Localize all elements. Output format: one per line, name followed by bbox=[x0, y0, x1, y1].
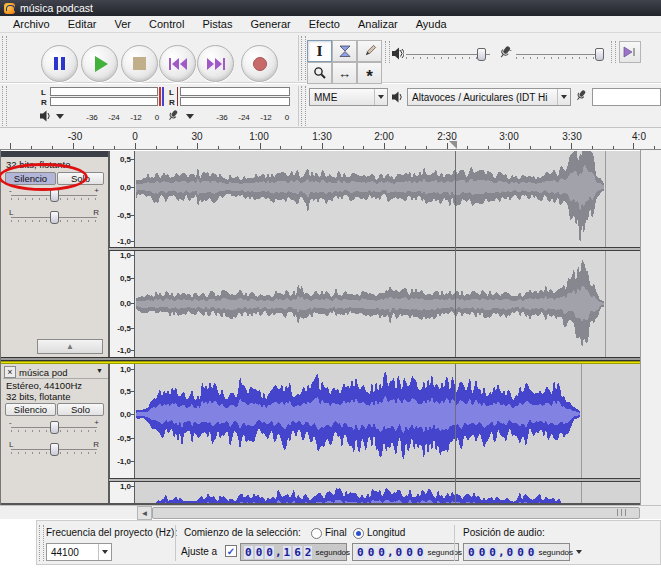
track2-ch2-waveform[interactable] bbox=[134, 482, 640, 503]
track1-gain-thumb[interactable] bbox=[50, 189, 59, 202]
track1-ch1-vertical-ruler[interactable]: 0,50,0-0,5-1,0 bbox=[109, 151, 134, 247]
time-digit[interactable]: 2 bbox=[304, 546, 313, 559]
menu-item-ayuda[interactable]: Ayuda bbox=[407, 17, 456, 31]
time-digit[interactable]: , bbox=[387, 546, 394, 559]
track1-pan-thumb[interactable] bbox=[50, 211, 59, 224]
time-digit[interactable]: 0 bbox=[244, 546, 253, 559]
playback-meter-right-bar[interactable] bbox=[50, 97, 158, 106]
project-rate-select[interactable]: 44100 bbox=[46, 543, 112, 561]
playhead-marker[interactable] bbox=[449, 141, 457, 149]
time-digit[interactable]: 0 bbox=[527, 546, 536, 559]
time-digit[interactable]: 0 bbox=[467, 546, 476, 559]
menu-item-generar[interactable]: Generar bbox=[241, 17, 299, 31]
audio-position-field[interactable]: 000,000segundos bbox=[463, 543, 570, 561]
track2-pan-slider[interactable]: L R bbox=[11, 442, 97, 458]
selection-tool-button[interactable]: I bbox=[307, 40, 332, 62]
track1-collapse-button[interactable]: ▲ bbox=[37, 339, 103, 354]
pause-button[interactable] bbox=[41, 45, 78, 82]
menu-item-control[interactable]: Control bbox=[140, 17, 193, 31]
selection-length-radio[interactable] bbox=[353, 528, 364, 539]
time-digit[interactable]: 1 bbox=[283, 546, 292, 559]
track1-gain-slider[interactable]: - + bbox=[11, 188, 97, 204]
track2-solo-button[interactable]: Solo bbox=[57, 403, 104, 416]
track1-ch2-vertical-ruler[interactable]: 1,00,50,0-0,5-1,0 bbox=[109, 251, 134, 357]
zoom-tool-button[interactable] bbox=[307, 62, 332, 84]
selection-length-field[interactable]: 000,000segundos bbox=[352, 543, 459, 561]
track2-gain-thumb[interactable] bbox=[50, 421, 59, 434]
menu-item-pistas[interactable]: Pistas bbox=[193, 17, 241, 31]
record-meter-right-bar[interactable] bbox=[180, 97, 290, 106]
track2-ch1-waveform[interactable] bbox=[134, 364, 640, 478]
selection-toolbar-grip[interactable] bbox=[39, 525, 44, 561]
track2-menu-dropdown-icon[interactable]: ▼ bbox=[96, 367, 103, 374]
time-digit[interactable]: 0 bbox=[356, 546, 365, 559]
menu-item-ver[interactable]: Ver bbox=[105, 17, 140, 31]
time-digit[interactable]: 0 bbox=[506, 546, 515, 559]
audio-host-select[interactable]: MME bbox=[309, 88, 388, 106]
selection-start-field[interactable]: 000,162segundos bbox=[240, 543, 347, 561]
menu-item-efecto[interactable]: Efecto bbox=[300, 17, 349, 31]
transcription-toolbar-grip[interactable] bbox=[611, 41, 616, 63]
timeline-ruler[interactable]: -300301:001:302:002:303:003:304:0 bbox=[0, 128, 661, 150]
envelope-tool-button[interactable] bbox=[332, 40, 357, 62]
playback-meter-dropdown-icon[interactable] bbox=[56, 114, 64, 119]
input-volume-thumb[interactable] bbox=[595, 48, 604, 61]
menu-item-archivo[interactable]: Archivo bbox=[4, 17, 59, 31]
time-digit[interactable]: 0 bbox=[367, 546, 376, 559]
input-volume-slider[interactable]: - bbox=[516, 47, 604, 63]
playback-meter-left-bar[interactable] bbox=[50, 87, 158, 96]
time-shift-tool-button[interactable]: ↔ bbox=[332, 62, 357, 84]
track2-close-button[interactable]: × bbox=[4, 366, 16, 378]
time-digit[interactable]: 0 bbox=[405, 546, 414, 559]
stop-button[interactable] bbox=[121, 45, 158, 82]
time-digit[interactable]: 6 bbox=[293, 546, 302, 559]
selection-end-radio[interactable] bbox=[311, 528, 322, 539]
menu-item-editar[interactable]: Editar bbox=[59, 17, 106, 31]
play-at-speed-button[interactable] bbox=[619, 41, 641, 63]
input-device-select[interactable] bbox=[592, 88, 661, 106]
track1-ch2-waveform[interactable] bbox=[134, 251, 640, 357]
mixer-toolbar-grip[interactable] bbox=[385, 41, 390, 63]
record-meter-dropdown-icon[interactable] bbox=[186, 114, 194, 119]
skip-to-end-button[interactable] bbox=[197, 45, 234, 82]
track2-gain-slider[interactable]: - + bbox=[11, 420, 97, 436]
output-device-select[interactable]: Altavoces / Auriculares (IDT Hi bbox=[407, 88, 571, 106]
time-digit[interactable]: 0 bbox=[416, 546, 425, 559]
time-digit[interactable]: 0 bbox=[488, 546, 497, 559]
time-digit[interactable]: 0 bbox=[265, 546, 274, 559]
device-toolbar-grip[interactable] bbox=[301, 86, 306, 126]
track2-ch2-vertical-ruler[interactable]: 1,0 bbox=[109, 482, 134, 503]
multi-tool-button[interactable]: * bbox=[357, 62, 382, 84]
time-digit[interactable]: , bbox=[498, 546, 505, 559]
time-digit[interactable]: , bbox=[275, 546, 282, 559]
title-bar[interactable]: música podcast bbox=[0, 0, 661, 16]
record-meter-left-bar[interactable] bbox=[180, 87, 290, 96]
time-digit[interactable]: 0 bbox=[478, 546, 487, 559]
time-digit[interactable]: 0 bbox=[395, 546, 404, 559]
output-volume-slider[interactable]: - bbox=[406, 47, 490, 63]
scrollbar-thumb[interactable] bbox=[152, 507, 640, 519]
menu-item-analizar[interactable]: Analizar bbox=[349, 17, 407, 31]
dropdown-arrow-icon[interactable] bbox=[576, 550, 582, 554]
draw-tool-button[interactable] bbox=[357, 40, 382, 62]
track1-mute-button[interactable]: Silencio bbox=[5, 172, 56, 185]
transport-toolbar-grip[interactable] bbox=[2, 36, 7, 80]
time-digit[interactable]: 0 bbox=[377, 546, 386, 559]
track1-title-sliver[interactable] bbox=[1, 151, 108, 157]
track2-pan-thumb[interactable] bbox=[50, 443, 59, 456]
record-button[interactable] bbox=[241, 45, 278, 82]
skip-to-start-button[interactable] bbox=[159, 45, 196, 82]
track1-ch1-waveform[interactable] bbox=[134, 151, 640, 247]
horizontal-scrollbar[interactable]: ◄ bbox=[0, 505, 661, 519]
track1-solo-button[interactable]: Solo bbox=[57, 172, 104, 185]
snap-to-checkbox[interactable]: ✓ bbox=[225, 545, 237, 557]
track1-pan-slider[interactable]: L R bbox=[11, 210, 97, 226]
tools-toolbar-grip[interactable] bbox=[301, 36, 306, 80]
track2-ch1-vertical-ruler[interactable]: 1,00,50,0-0,5-1,0 bbox=[109, 364, 134, 478]
time-digit[interactable]: 0 bbox=[255, 546, 264, 559]
play-button[interactable] bbox=[81, 45, 118, 82]
output-volume-thumb[interactable] bbox=[477, 48, 486, 61]
meter-toolbar-grip[interactable] bbox=[2, 86, 7, 126]
track2-mute-button[interactable]: Silencio bbox=[5, 403, 56, 416]
scroll-left-button[interactable]: ◄ bbox=[137, 506, 152, 520]
